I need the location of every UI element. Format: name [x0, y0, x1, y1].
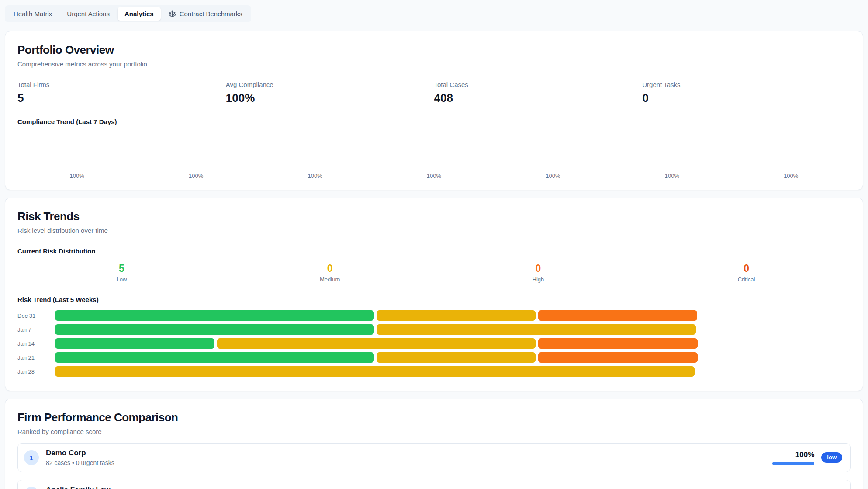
- risk-trend-row: Jan 7: [17, 324, 851, 335]
- axis-label: 100%: [494, 173, 612, 179]
- axis-label: 100%: [256, 173, 374, 179]
- tab-analytics[interactable]: Analytics: [118, 7, 161, 21]
- risk-bar-segment-medium: [377, 352, 536, 363]
- risk-trend-row: Jan 14: [17, 338, 851, 349]
- risk-week-label: Jan 21: [17, 354, 55, 361]
- risk-bar-segment-medium: [377, 324, 696, 335]
- risk-trend-chart: Dec 31Jan 7Jan 14Jan 21Jan 28: [17, 310, 851, 377]
- tab-contract-benchmarks[interactable]: Contract Benchmarks: [162, 7, 249, 21]
- metric-value: 5: [17, 91, 226, 105]
- risk-bar: [55, 324, 698, 335]
- firm-info: 1 Demo Corp 82 cases • 0 urgent tasks: [24, 449, 114, 466]
- card-title: Firm Performance Comparison: [17, 411, 851, 424]
- risk-bar: [55, 352, 698, 363]
- axis-label: 100%: [374, 173, 493, 179]
- axis-label: 100%: [17, 173, 136, 179]
- card-subtitle: Comprehensive metrics across your portfo…: [17, 60, 851, 68]
- metric-total-cases: Total Cases 408: [434, 81, 643, 105]
- scale-icon: [169, 10, 176, 17]
- risk-week-label: Jan 14: [17, 340, 55, 347]
- risk-bar: [55, 310, 698, 321]
- risk-bar-segment-medium: [217, 338, 536, 349]
- portfolio-overview-card: Portfolio Overview Comprehensive metrics…: [5, 31, 863, 190]
- tab-label: Health Matrix: [14, 10, 52, 17]
- risk-bar-segment-high: [538, 310, 697, 321]
- tab-bar: Health Matrix Urgent Actions Analytics C…: [5, 5, 251, 22]
- tab-label: Contract Benchmarks: [180, 10, 242, 17]
- risk-week-label: Jan 28: [17, 368, 55, 375]
- firm-row[interactable]: 2 Apelis Family Law 75 cases • 0 urgent …: [17, 480, 851, 489]
- risk-trend-row: Dec 31: [17, 310, 851, 321]
- risk-bar: [55, 338, 698, 349]
- firm-metrics: 100% low: [772, 451, 842, 465]
- axis-label: 100%: [612, 173, 731, 179]
- risk-bar-segment-low: [55, 324, 374, 335]
- dist-item-high: 0 High: [434, 263, 643, 283]
- page-title: Portfolio Overview: [17, 43, 851, 57]
- firm-name: Demo Corp: [46, 449, 114, 458]
- rank-badge: 1: [24, 450, 39, 465]
- risk-trend-row: Jan 28: [17, 366, 851, 377]
- dist-value: 5: [17, 263, 226, 274]
- risk-distribution-title: Current Risk Distribution: [17, 247, 851, 255]
- score-column: 100%: [772, 451, 814, 465]
- risk-level-badge: low: [821, 452, 842, 463]
- dist-label: Critical: [642, 276, 851, 283]
- risk-trend-row: Jan 21: [17, 352, 851, 363]
- tab-health-matrix[interactable]: Health Matrix: [7, 7, 59, 21]
- analytics-page: Health Matrix Urgent Actions Analytics C…: [0, 0, 868, 489]
- firm-row[interactable]: 1 Demo Corp 82 cases • 0 urgent tasks 10…: [17, 443, 851, 472]
- tab-label: Urgent Actions: [67, 10, 110, 17]
- metric-urgent-tasks: Urgent Tasks 0: [642, 81, 851, 105]
- firm-performance-card: Firm Performance Comparison Ranked by co…: [5, 399, 863, 489]
- dist-label: Low: [17, 276, 226, 283]
- card-subtitle: Risk level distribution over time: [17, 227, 851, 234]
- risk-bar: [55, 366, 698, 377]
- risk-bar-segment-low: [55, 352, 374, 363]
- tab-label: Analytics: [124, 10, 154, 17]
- metric-label: Urgent Tasks: [642, 81, 851, 88]
- axis-label: 100%: [732, 173, 851, 179]
- dist-item-medium: 0 Medium: [226, 263, 434, 283]
- metric-label: Total Cases: [434, 81, 643, 88]
- tab-urgent-actions[interactable]: Urgent Actions: [60, 7, 117, 21]
- risk-bar-segment-medium: [55, 366, 695, 377]
- dist-value: 0: [434, 263, 643, 274]
- card-title: Risk Trends: [17, 210, 851, 223]
- compliance-progress-fill: [772, 462, 814, 465]
- rank-badge: 2: [24, 487, 39, 489]
- compliance-score: 100%: [795, 451, 814, 459]
- dist-label: High: [434, 276, 643, 283]
- metric-value: 0: [642, 91, 851, 105]
- metric-value: 100%: [226, 91, 434, 105]
- dist-item-critical: 0 Critical: [642, 263, 851, 283]
- metric-label: Total Firms: [17, 81, 226, 88]
- risk-bar-segment-high: [538, 352, 698, 363]
- risk-week-label: Dec 31: [17, 312, 55, 319]
- firm-details: 82 cases • 0 urgent tasks: [46, 459, 114, 466]
- dist-item-low: 5 Low: [17, 263, 226, 283]
- risk-bar-segment-high: [538, 338, 698, 349]
- compliance-trend-chart: [17, 125, 851, 172]
- dist-value: 0: [226, 263, 434, 274]
- risk-distribution: 5 Low 0 Medium 0 High 0 Critical: [17, 263, 851, 283]
- metric-total-firms: Total Firms 5: [17, 81, 226, 105]
- risk-bar-segment-low: [55, 338, 214, 349]
- metric-value: 408: [434, 91, 643, 105]
- dist-value: 0: [642, 263, 851, 274]
- metric-avg-compliance: Avg Compliance 100%: [226, 81, 434, 105]
- risk-trend-title: Risk Trend (Last 5 Weeks): [17, 296, 851, 303]
- risk-bar-segment-low: [55, 310, 374, 321]
- firm-name: Apelis Family Law: [46, 486, 114, 489]
- card-subtitle: Ranked by compliance score: [17, 428, 851, 435]
- dist-label: Medium: [226, 276, 434, 283]
- compliance-progress: [772, 462, 814, 465]
- score-column: 100%: [772, 487, 814, 489]
- compliance-trend-axis: 100%100%100%100%100%100%100%: [17, 173, 851, 179]
- metric-label: Avg Compliance: [226, 81, 434, 88]
- firm-info: 2 Apelis Family Law 75 cases • 0 urgent …: [24, 486, 114, 489]
- firm-metrics: 100% low: [772, 487, 842, 489]
- compliance-score: 100%: [795, 487, 814, 489]
- risk-week-label: Jan 7: [17, 326, 55, 333]
- risk-trends-card: Risk Trends Risk level distribution over…: [5, 198, 863, 391]
